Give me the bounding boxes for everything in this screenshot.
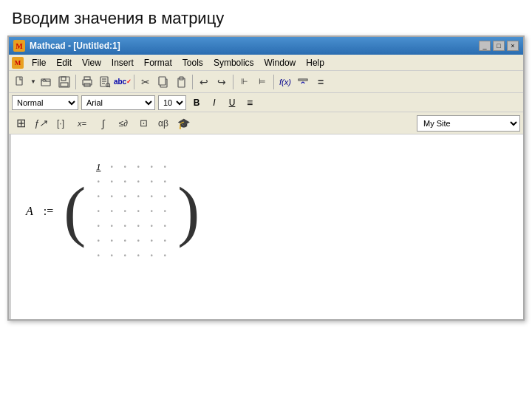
matrix-cell[interactable]: · xyxy=(132,248,145,263)
matrix-cell[interactable]: · xyxy=(145,160,158,174)
underline-button[interactable]: U xyxy=(225,95,239,110)
dropdown-arrow[interactable]: ▼ xyxy=(30,74,37,90)
menu-app-icon: M xyxy=(12,57,24,69)
menu-window[interactable]: Window xyxy=(259,57,301,69)
save-button[interactable] xyxy=(56,74,72,90)
bracket-button[interactable]: [·] xyxy=(52,115,69,132)
menu-edit[interactable]: Edit xyxy=(51,57,77,69)
matrix-cell[interactable]: · xyxy=(92,219,105,233)
right-paren: ) xyxy=(177,178,200,245)
matrix-cell[interactable]: · xyxy=(158,160,171,174)
menu-view[interactable]: View xyxy=(77,57,106,69)
menu-bar: M File Edit View Insert Format Tools Sym… xyxy=(9,55,523,71)
matrix-cell[interactable]: · xyxy=(118,174,132,189)
cut-button[interactable]: ✂ xyxy=(137,74,154,90)
matrix-cell[interactable]: · xyxy=(132,174,145,189)
matrix-cell[interactable]: · xyxy=(132,160,145,174)
matrix-cell[interactable]: · xyxy=(92,233,105,248)
minimize-button[interactable]: _ xyxy=(479,41,491,51)
matrix-cell[interactable]: · xyxy=(105,248,118,263)
matrix-cell[interactable]: · xyxy=(105,174,118,189)
site-select[interactable]: My Site xyxy=(417,115,520,132)
matrix-cell[interactable]: · xyxy=(118,233,132,248)
copy-button[interactable] xyxy=(155,74,171,90)
window-controls[interactable]: _ □ × xyxy=(479,41,519,51)
new-button[interactable] xyxy=(12,74,28,90)
matrix-cell[interactable]: · xyxy=(145,219,158,233)
window-title: Mathcad - [Untitled:1] xyxy=(30,41,120,51)
matrix-cell[interactable]: · xyxy=(132,219,145,233)
matrix-cell[interactable]: · xyxy=(145,204,158,219)
italic-button[interactable]: I xyxy=(207,95,222,110)
work-area[interactable]: A := ( 1································… xyxy=(9,134,523,319)
matrix-cell[interactable]: · xyxy=(105,233,118,248)
matrix-cell[interactable]: · xyxy=(92,248,105,263)
menu-format[interactable]: Format xyxy=(139,57,177,69)
matrix-cell[interactable]: · xyxy=(105,160,118,174)
svg-rect-19 xyxy=(299,79,307,81)
style-select[interactable]: Normal xyxy=(12,95,78,110)
matrix-palette-button[interactable]: ⊞ xyxy=(12,115,30,132)
matrix-cell[interactable]: · xyxy=(158,174,171,189)
resource-button[interactable]: 🎓 xyxy=(174,115,192,132)
equals-button[interactable]: = xyxy=(313,74,329,90)
deriv-button[interactable]: ≤∂ xyxy=(115,115,132,132)
xeq-button[interactable]: x= xyxy=(72,115,92,132)
matrix-cell[interactable]: · xyxy=(105,219,118,233)
bold-button[interactable]: B xyxy=(189,95,204,110)
matrix-cell[interactable]: · xyxy=(92,204,105,219)
matrix-equation: A := ( 1································… xyxy=(26,157,200,266)
matrix-cell[interactable]: · xyxy=(105,189,118,204)
menu-symbolics[interactable]: Symbolics xyxy=(208,57,259,69)
menu-insert[interactable]: Insert xyxy=(106,57,139,69)
matrix-cell[interactable]: · xyxy=(158,189,171,204)
matrix-cell[interactable]: · xyxy=(118,189,132,204)
prog-button[interactable]: ⊡ xyxy=(134,115,152,132)
close-button[interactable]: × xyxy=(507,41,519,51)
redo-button[interactable]: ↪ xyxy=(214,74,230,90)
open-button[interactable] xyxy=(38,74,55,90)
matrix-cell[interactable]: · xyxy=(118,248,132,263)
matrix-cell[interactable]: · xyxy=(118,160,132,174)
size-select[interactable]: 10 xyxy=(158,95,186,110)
greek-button[interactable]: αβ xyxy=(154,115,172,132)
matrix-cell[interactable]: · xyxy=(105,204,118,219)
maximize-button[interactable]: □ xyxy=(493,41,505,51)
matrix-cell[interactable]: · xyxy=(145,248,158,263)
integral-button[interactable]: ∫ xyxy=(95,115,112,132)
undo-button[interactable]: ↩ xyxy=(196,74,212,90)
print-button[interactable] xyxy=(79,74,95,90)
toolbar-sep-3 xyxy=(192,75,193,89)
graph-button[interactable]: ƒ↗ xyxy=(32,115,50,132)
preview-button[interactable] xyxy=(97,74,113,90)
something-button[interactable] xyxy=(295,74,311,90)
menu-help[interactable]: Help xyxy=(301,57,330,69)
matrix-cell[interactable]: · xyxy=(145,174,158,189)
matrix-cell[interactable]: · xyxy=(92,189,105,204)
left-paren: ( xyxy=(64,178,86,245)
matrix-cell[interactable]: · xyxy=(132,204,145,219)
align-left-button[interactable]: ⊩ xyxy=(236,74,253,90)
align-right-button[interactable]: ⊨ xyxy=(254,74,270,90)
matrix-cell[interactable]: · xyxy=(158,204,171,219)
font-select[interactable]: Arial xyxy=(81,95,155,110)
matrix-grid[interactable]: 1·······································… xyxy=(86,157,177,266)
fx-button[interactable]: f(x) xyxy=(277,74,293,90)
matrix-cell[interactable]: · xyxy=(92,174,105,189)
matrix-cell[interactable]: · xyxy=(158,248,171,263)
matrix-cell[interactable]: · xyxy=(132,189,145,204)
paste-button[interactable] xyxy=(173,74,189,90)
matrix-cell[interactable]: · xyxy=(158,233,171,248)
matrix-cell[interactable]: · xyxy=(158,219,171,233)
spell-button[interactable]: abc✓ xyxy=(115,74,131,90)
matrix-cell[interactable]: · xyxy=(118,204,132,219)
menu-tools[interactable]: Tools xyxy=(177,57,208,69)
matrix-cell[interactable]: · xyxy=(118,219,132,233)
matrix-cell[interactable]: 1 xyxy=(92,160,105,174)
matrix-cell[interactable]: · xyxy=(132,233,145,248)
matrix-cell[interactable]: · xyxy=(145,189,158,204)
format-bar: Normal Arial 10 B I U ≡ xyxy=(9,93,523,112)
menu-file[interactable]: File xyxy=(27,57,51,69)
matrix-cell[interactable]: · xyxy=(145,233,158,248)
align-icon: ≡ xyxy=(242,95,257,110)
